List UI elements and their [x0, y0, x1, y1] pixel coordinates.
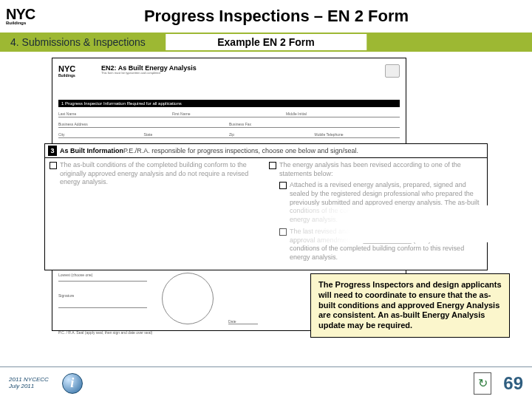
- field-label: First Name: [172, 112, 286, 116]
- checkbox-row: The energy analysis has been revised acc…: [269, 161, 482, 178]
- section3-callout: 3 As Built Information P.E./R.A. respons…: [44, 143, 488, 270]
- field-label: Mobile Telephone: [315, 132, 400, 137]
- checkbox-row: The as-built conditions of the completed…: [50, 161, 263, 187]
- form-logo: NYC Buildings: [58, 64, 95, 78]
- info-icon: i: [62, 373, 83, 394]
- section3-left-col: The as-built conditions of the completed…: [50, 161, 263, 265]
- section1-bar: 1 Progress Inspector Information Require…: [58, 100, 400, 107]
- field-label: Last Name: [58, 112, 172, 116]
- sig-left: Lowest (choose one) Signature: [58, 273, 147, 324]
- option-text: The energy analysis has been revised acc…: [279, 161, 482, 178]
- logo-subtext: Buildings: [6, 21, 50, 25]
- nyc-logo: NYC Buildings: [6, 3, 50, 30]
- field-row: Last Name First Name Middle Initial: [58, 107, 400, 117]
- field-label: Zip: [229, 132, 315, 137]
- option-text: The as-built conditions of the completed…: [60, 161, 263, 187]
- form-logo-text: NYC: [58, 64, 95, 73]
- checkbox-icon: [269, 162, 276, 169]
- field-row: Business Address Business Fax: [58, 117, 400, 128]
- section3-title-bold: As Built Information: [60, 147, 123, 154]
- section3-right-col: The energy analysis has been revised acc…: [269, 161, 482, 265]
- page-number: 69: [503, 373, 523, 394]
- option-text: Attached is a revised energy analysis, p…: [290, 181, 482, 224]
- footer-meta: 2011 NYCECC July 2011: [9, 377, 49, 390]
- sig-line: Lowest (choose one): [58, 273, 147, 282]
- checkbox-icon: [50, 162, 57, 169]
- header: NYC Buildings Progress Inspections – EN …: [0, 0, 532, 33]
- seal-circle-icon: [162, 273, 214, 324]
- band-inner: 4. Submissions & Inspections Example EN …: [10, 33, 522, 52]
- logo-text: NYC: [6, 8, 50, 21]
- field-label: Business Address: [58, 122, 229, 126]
- checkbox-icon: [279, 228, 287, 236]
- document-icon: ↻: [474, 372, 491, 395]
- field-label: State: [144, 132, 230, 137]
- checkbox-row: Attached is a revised energy analysis, p…: [279, 181, 482, 224]
- section-number: 3: [48, 146, 57, 156]
- section3-body: The as-built conditions of the completed…: [45, 158, 487, 270]
- sig-date: Date: [228, 319, 258, 324]
- arrow-icon: ↻: [478, 376, 488, 390]
- section-path: 4. Submissions & Inspections: [10, 36, 146, 48]
- checkbox-row: The last revised analysis was submitted …: [279, 228, 482, 262]
- subheader-band: 4. Submissions & Inspections Example EN …: [0, 33, 532, 52]
- form-header: NYC Buildings EN2: As Built Energy Analy…: [58, 64, 400, 97]
- field-label: Middle Initial: [286, 112, 400, 116]
- footer: 2011 NYCECC July 2011 i ↻ 69: [0, 366, 532, 399]
- field-label: Business Fax: [229, 122, 400, 126]
- section3-title-rest: P.E./R.A. responsible for progress inspe…: [123, 147, 358, 154]
- form-logo-sub: Buildings: [58, 73, 95, 78]
- option-text: The last revised analysis was submitted …: [290, 228, 482, 262]
- page-title: Progress Inspections – EN 2 Form: [58, 7, 532, 26]
- section3-title: 3 As Built Information P.E./R.A. respons…: [45, 144, 487, 158]
- footer-date: July 2011: [9, 383, 49, 390]
- form-blurb: This form must be typewritten and comple…: [101, 72, 197, 75]
- form-title-block: EN2: As Built Energy Analysis This form …: [101, 64, 197, 75]
- sig-line: Signature: [58, 293, 147, 308]
- field-row: City State Zip Mobile Telephone: [58, 128, 400, 138]
- callout-text: The Progress Inspectors and design appli…: [318, 280, 502, 330]
- stamp-icon: [385, 64, 400, 78]
- slide: NYC Buildings Progress Inspections – EN …: [0, 0, 532, 399]
- field-label: City: [58, 132, 144, 137]
- checkbox-icon: [279, 182, 287, 189]
- callout-box: The Progress Inspectors and design appli…: [310, 273, 510, 338]
- example-label: Example EN 2 Form: [166, 34, 366, 50]
